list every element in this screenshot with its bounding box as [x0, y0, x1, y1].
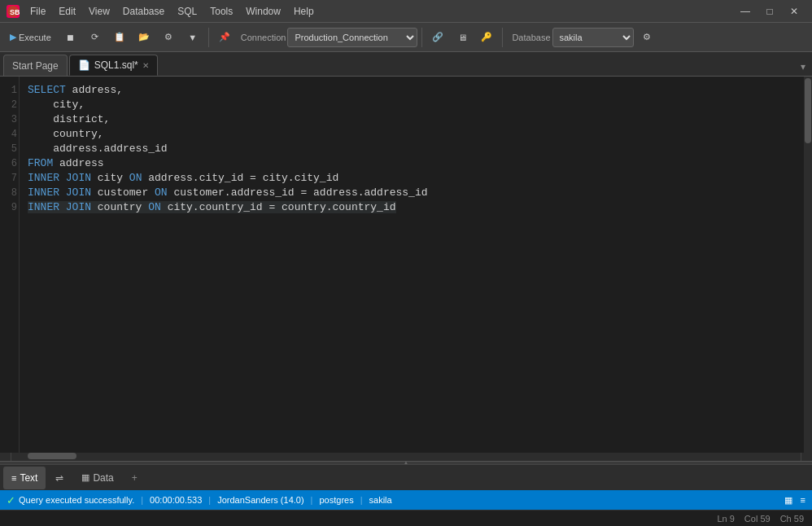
- tab-start-page[interactable]: Start Page: [3, 55, 68, 76]
- line-info-bar: Ln 9 Col 59 Ch 59: [0, 510, 812, 526]
- database-label: Database: [512, 33, 550, 42]
- menu-tools[interactable]: Tools: [204, 4, 238, 19]
- monitor-icon: 🖥: [458, 33, 467, 42]
- connect-button[interactable]: 🔗: [426, 26, 449, 49]
- settings-button-1[interactable]: ⚙: [157, 26, 180, 49]
- title-bar: SB File Edit View Database SQL Tools Win…: [0, 0, 812, 23]
- monitor-button[interactable]: 🖥: [451, 26, 474, 49]
- hscroll-left-arrow[interactable]: [0, 453, 11, 461]
- tab-swap[interactable]: ⇌: [47, 467, 72, 489]
- pin-button[interactable]: 📌: [213, 26, 236, 49]
- execution-time: 00:00:00.533: [150, 495, 202, 505]
- scrollbar-thumb[interactable]: [805, 78, 811, 143]
- tab-sql1-label: SQL1.sql*: [94, 59, 138, 71]
- status-ok: ✓ Query executed successfully.: [7, 494, 134, 506]
- menu-icon[interactable]: ≡: [801, 495, 805, 505]
- menu-sql[interactable]: SQL: [172, 4, 203, 19]
- title-bar-left: SB File Edit View Database SQL Tools Win…: [7, 4, 320, 19]
- menu-view[interactable]: View: [83, 4, 116, 19]
- tabs-overflow-button[interactable]: ▾: [797, 58, 809, 76]
- toolbar-separator-1: [208, 28, 209, 47]
- tab-start-page-label: Start Page: [12, 60, 59, 72]
- open-button[interactable]: 📂: [133, 26, 155, 49]
- dropdown-arrow-1[interactable]: ▼: [181, 26, 204, 49]
- text-tab-label: Text: [20, 472, 37, 484]
- tab-text[interactable]: ≡ Text: [3, 467, 46, 489]
- window-controls[interactable]: — □ ✕: [734, 3, 805, 20]
- svg-text:SB: SB: [10, 8, 20, 16]
- key-button[interactable]: 🔑: [475, 26, 498, 49]
- connection-dropdown[interactable]: Production_Connection: [287, 28, 417, 47]
- add-tab-button[interactable]: +: [127, 471, 142, 485]
- tab-data[interactable]: ▦ Data: [73, 467, 121, 489]
- menu-bar[interactable]: File Edit View Database SQL Tools Window…: [24, 4, 320, 19]
- toolbar-separator-3: [502, 28, 503, 47]
- data-tab-icon: ▦: [81, 472, 89, 483]
- menu-help[interactable]: Help: [288, 4, 320, 19]
- open-icon: 📂: [138, 32, 150, 42]
- vertical-scrollbar[interactable]: [804, 77, 812, 453]
- ln-info: Ln 9: [717, 514, 734, 524]
- line-numbers: 1 2 3 4 5 6 7 8 9: [0, 77, 20, 453]
- ok-icon: ✓: [7, 494, 15, 506]
- grid-icon[interactable]: ▦: [784, 495, 792, 506]
- tabs-bar: Start Page 📄 SQL1.sql* ✕ ▾: [0, 52, 812, 77]
- database-dropdown[interactable]: sakila: [552, 28, 634, 47]
- status-bar: ✓ Query executed successfully. | 00:00:0…: [0, 490, 812, 510]
- horizontal-scrollbar[interactable]: [0, 453, 812, 461]
- pin-icon: 📌: [219, 32, 230, 42]
- hscroll-track[interactable]: [11, 453, 801, 461]
- stop-icon: ⏹: [66, 33, 75, 42]
- close-button[interactable]: ✕: [783, 3, 805, 20]
- bottom-tabs: ≡ Text ⇌ ▦ Data +: [0, 464, 812, 490]
- toolbar-separator-2: [421, 28, 422, 47]
- copy-button[interactable]: 📋: [108, 26, 131, 49]
- app-logo: SB: [7, 5, 20, 18]
- stop-button[interactable]: ⏹: [59, 26, 82, 49]
- connect-icon: 🔗: [432, 32, 443, 42]
- refresh-button[interactable]: ⟳: [84, 26, 107, 49]
- chevron-down-icon: ▼: [188, 33, 197, 42]
- sakila-db: sakila: [369, 495, 392, 505]
- editor-area: 1 2 3 4 5 6 7 8 9 SELECT address, city, …: [0, 77, 812, 453]
- user-info: JordanSanders (14.0): [217, 495, 303, 505]
- tab-sql1[interactable]: 📄 SQL1.sql* ✕: [69, 55, 158, 76]
- menu-window[interactable]: Window: [240, 4, 286, 19]
- menu-database[interactable]: Database: [117, 4, 170, 19]
- status-right: ▦ ≡: [784, 495, 805, 506]
- swap-icon: ⇌: [55, 472, 63, 484]
- db-settings-icon: ⚙: [643, 32, 651, 42]
- hscroll-thumb[interactable]: [28, 453, 76, 459]
- settings-icon-1: ⚙: [164, 32, 172, 42]
- col-info: Col 59: [744, 514, 771, 524]
- key-icon: 🔑: [481, 32, 492, 42]
- sql-file-icon: 📄: [78, 59, 90, 71]
- connection-label: Connection: [241, 33, 286, 42]
- menu-file[interactable]: File: [24, 4, 51, 19]
- maximize-button[interactable]: □: [758, 3, 781, 20]
- db-settings-button[interactable]: ⚙: [635, 26, 658, 49]
- copy-icon: 📋: [114, 32, 125, 42]
- code-editor[interactable]: SELECT address, city, district, country,…: [20, 77, 804, 453]
- execute-label: Execute: [19, 33, 51, 42]
- postgres-db: postgres: [319, 495, 353, 505]
- ch-info: Ch 59: [780, 514, 804, 524]
- refresh-icon: ⟳: [91, 32, 98, 42]
- status-text: Query executed successfully.: [19, 495, 134, 505]
- execute-button[interactable]: ▶ Execute: [3, 26, 58, 49]
- hscroll-right-arrow[interactable]: [801, 453, 812, 461]
- minimize-button[interactable]: —: [734, 3, 757, 20]
- data-tab-label: Data: [93, 472, 113, 484]
- execute-icon: ▶: [10, 32, 16, 42]
- menu-edit[interactable]: Edit: [53, 4, 81, 19]
- toolbar: ▶ Execute ⏹ ⟳ 📋 📂 ⚙ ▼ 📌 Connection Produ…: [0, 23, 812, 52]
- text-tab-icon: ≡: [11, 473, 16, 483]
- tab-sql1-close[interactable]: ✕: [142, 61, 149, 70]
